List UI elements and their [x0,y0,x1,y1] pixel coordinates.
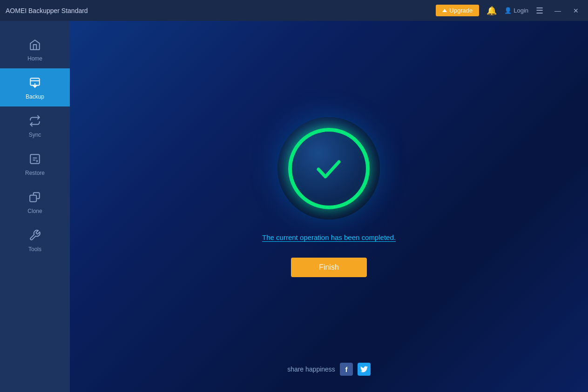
sidebar-item-home[interactable]: Home [0,30,70,68]
success-circle-ring [288,128,370,209]
sidebar-item-tools[interactable]: Tools [0,221,70,259]
title-bar: AOMEI Backupper Standard Upgrade 🔔 👤 Log… [0,0,588,21]
user-icon: 👤 [504,7,512,14]
completion-text[interactable]: The current operation has been completed… [262,233,396,241]
login-button[interactable]: 👤 Login [504,7,528,14]
finish-button[interactable]: Finish [291,258,367,277]
upgrade-arrow-icon [442,9,447,12]
svg-rect-2 [30,195,36,202]
restore-icon [29,153,41,167]
facebook-icon[interactable]: f [340,363,353,376]
sidebar-item-clone[interactable]: Clone [0,183,70,221]
sidebar-item-backup[interactable]: Backup [0,68,70,106]
sidebar-item-sync[interactable]: Sync [0,106,70,145]
sidebar-sync-label: Sync [29,132,41,138]
share-section: share happiness f [287,363,371,376]
sidebar-home-label: Home [27,55,42,62]
sidebar-restore-label: Restore [25,170,45,176]
sidebar-backup-label: Backup [26,93,44,100]
clone-icon [29,191,41,205]
sidebar: Home Backup Sy [0,21,70,392]
close-button[interactable]: ✕ [569,6,582,16]
svg-rect-1 [30,154,40,164]
sync-icon [29,115,41,129]
notification-icon[interactable]: 🔔 [484,4,500,17]
main-layout: Home Backup Sy [0,21,588,392]
upgrade-label: Upgrade [449,7,473,14]
checkmark-icon [310,150,347,187]
upgrade-button[interactable]: Upgrade [436,5,479,16]
title-bar-right: Upgrade 🔔 👤 Login ☰ — ✕ [436,4,582,17]
home-icon [29,39,41,53]
sidebar-clone-label: Clone [27,208,42,214]
twitter-icon[interactable] [358,363,371,376]
sidebar-tools-label: Tools [28,246,41,252]
login-label: Login [514,7,528,14]
success-circle-outer [277,117,380,219]
content-area: The current operation has been completed… [70,21,588,392]
success-container: The current operation has been completed… [262,117,396,277]
sidebar-item-restore[interactable]: Restore [0,145,70,183]
backup-icon [29,77,41,91]
share-text: share happiness [287,365,335,373]
app-title: AOMEI Backupper Standard [6,7,88,14]
minimize-button[interactable]: — [551,6,565,16]
menu-icon[interactable]: ☰ [533,4,546,17]
title-bar-left: AOMEI Backupper Standard [6,7,88,14]
tools-icon [29,229,41,243]
